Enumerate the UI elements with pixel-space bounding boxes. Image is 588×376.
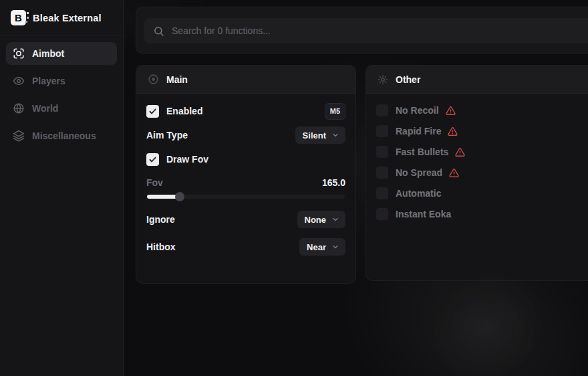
toggle-label: No Recoil [396, 105, 439, 116]
hitbox-value: Near [307, 242, 326, 252]
panel-main-header: Main [136, 66, 355, 94]
hitbox-dropdown[interactable]: Near [299, 238, 345, 256]
toggle-checkbox[interactable] [376, 104, 388, 116]
eye-icon [13, 75, 25, 87]
sidebar-item-label: World [32, 103, 58, 114]
toggle-checkbox[interactable] [376, 167, 388, 179]
app-logo-icon: B [11, 10, 26, 25]
sidebar-item-label: Miscellaneous [32, 130, 96, 141]
disc-target-icon [148, 74, 159, 85]
toggle-label: No Spread [396, 167, 442, 178]
aim-type-value: Silent [303, 130, 326, 140]
keybind-button[interactable]: M5 [325, 103, 345, 120]
draw-fov-checkbox[interactable] [146, 153, 159, 166]
toggle-item: No Spread [376, 166, 585, 179]
panel-other: Other No Recoil Rapid Fire [365, 65, 588, 281]
enabled-row: Enabled M5 [146, 102, 345, 120]
globe-icon [13, 102, 25, 114]
toggle-item: Fast Bullets [376, 145, 585, 159]
toggle-list: No Recoil Rapid Fire Fast Bullets [376, 102, 585, 221]
ignore-row: Ignore None [146, 211, 345, 228]
sidebar-item-aimbot[interactable]: Aimbot [6, 42, 117, 65]
enabled-checkbox[interactable] [146, 105, 159, 118]
warning-icon [448, 126, 458, 136]
chevron-down-icon [331, 243, 339, 251]
panel-other-body: No Recoil Rapid Fire Fast Bullets [366, 94, 588, 221]
search-icon [153, 25, 164, 37]
sidebar-item-label: Aimbot [32, 48, 64, 59]
toggle-checkbox[interactable] [376, 208, 388, 220]
search-card [136, 7, 588, 54]
ignore-label: Ignore [146, 214, 175, 225]
app-title: Bleak External [33, 13, 102, 23]
toggle-label: Automatic [396, 188, 441, 199]
fov-label: Fov [146, 177, 163, 188]
warning-icon [449, 168, 459, 178]
panel-main-title: Main [166, 74, 188, 85]
fov-value: 165.0 [322, 177, 345, 188]
toggle-item: Rapid Fire [376, 124, 585, 138]
sidebar-item-label: Players [32, 76, 65, 86]
aim-type-dropdown[interactable]: Silent [295, 126, 345, 144]
app-brand: B Bleak External [0, 0, 123, 35]
panel-other-header: Other [366, 66, 588, 94]
toggle-label: Instant Eoka [396, 209, 451, 219]
sidebar-nav: Aimbot Players World [0, 42, 123, 147]
toggle-checkbox[interactable] [376, 125, 388, 137]
sidebar-item-players[interactable]: Players [6, 70, 117, 92]
draw-fov-label: Draw Fov [166, 154, 208, 165]
hitbox-row: Hitbox Near [146, 238, 345, 256]
panel-main: Main Enabled M5 Aim Type Silent [136, 65, 356, 284]
toggle-checkbox[interactable] [376, 187, 388, 199]
chevron-down-icon [331, 215, 339, 223]
hitbox-label: Hitbox [146, 242, 176, 252]
toggle-label: Fast Bullets [396, 147, 448, 157]
panel-other-title: Other [396, 74, 420, 85]
content-area: Main Enabled M5 Aim Type Silent [124, 0, 588, 376]
draw-fov-row: Draw Fov [146, 151, 345, 168]
toggle-checkbox[interactable] [376, 146, 388, 158]
toggle-item: No Recoil [376, 104, 585, 117]
search-input[interactable] [172, 25, 586, 36]
sidebar-item-miscellaneous[interactable]: Miscellaneous [6, 124, 117, 147]
sidebar-divider [0, 35, 123, 35]
ignore-dropdown[interactable]: None [297, 211, 346, 228]
enabled-label: Enabled [166, 106, 202, 116]
fov-row: Fov 165.0 [146, 176, 345, 189]
sidebar: B Bleak External Aimbot Players [0, 0, 124, 376]
fov-slider[interactable] [147, 192, 345, 201]
toggle-label: Rapid Fire [396, 126, 441, 136]
sidebar-item-world[interactable]: World [6, 97, 117, 120]
aim-type-row: Aim Type Silent [146, 126, 345, 144]
layers-icon [13, 130, 25, 142]
ignore-value: None [305, 215, 327, 225]
toggle-item: Instant Eoka [376, 207, 585, 221]
panel-main-body: Enabled M5 Aim Type Silent Draw Fov [136, 94, 355, 256]
chevron-down-icon [331, 131, 339, 139]
fov-slider-handle[interactable] [175, 192, 184, 201]
aim-type-label: Aim Type [146, 130, 188, 140]
warning-icon [455, 147, 465, 157]
warning-icon [446, 106, 456, 116]
toggle-item: Automatic [376, 187, 585, 200]
gear-icon [378, 74, 388, 85]
crosshair-focus-icon [13, 48, 25, 60]
search-box[interactable] [144, 18, 588, 43]
